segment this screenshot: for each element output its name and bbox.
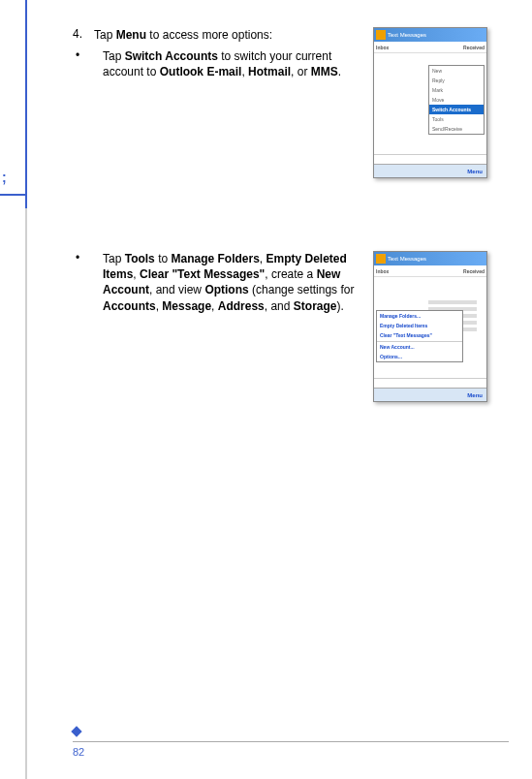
- mock-body: NewReplyMarkMoveSwitch AccountsToolsSend…: [374, 53, 486, 154]
- mock-row-left: Inbox: [376, 45, 389, 50]
- blue-vertical-stripe: [25, 0, 27, 208]
- item-number: 4.: [73, 27, 94, 41]
- bullet-text: Tap Tools to Manage Folders, Empty Delet…: [103, 251, 359, 314]
- numbered-item-4: 4. Tap Menu to access more options:: [73, 27, 359, 43]
- left-margin: ;: [0, 0, 31, 779]
- mock-menu-item: Reply: [429, 76, 484, 85]
- mock-title-text: Text Messages: [388, 256, 426, 262]
- mock-menu-item: New: [429, 66, 484, 76]
- section-1: 4. Tap Menu to access more options: • Ta…: [73, 27, 509, 178]
- bullet-marker: •: [76, 251, 103, 265]
- section-2: • Tap Tools to Manage Folders, Empty Del…: [73, 251, 509, 402]
- page-number: 82: [73, 746, 509, 758]
- mock-titlebar: Text Messages: [374, 28, 486, 42]
- mock-menu-item: Clear "Text Messages": [377, 330, 462, 340]
- bullet-marker: •: [76, 48, 103, 62]
- mock-row-right: Received: [463, 45, 485, 50]
- mock-list-footer: [374, 378, 486, 388]
- screenshot-2-col: Text Messages Inbox Received Manage Fold…: [373, 251, 489, 402]
- mock-softkey-bar: Menu: [374, 164, 486, 177]
- mock-row-left: Inbox: [376, 268, 389, 274]
- section-2-text: • Tap Tools to Manage Folders, Empty Del…: [73, 251, 373, 320]
- mock-menu-item: New Account...: [377, 341, 462, 352]
- page-footer: 82: [73, 728, 509, 758]
- mock-menu-item: Send/Receive: [429, 124, 484, 134]
- mock-menu-item: Switch Accounts: [429, 105, 484, 114]
- item-text: Tap Menu to access more options:: [94, 27, 359, 43]
- windows-icon: [376, 30, 386, 40]
- bullet-item-tools: • Tap Tools to Manage Folders, Empty Del…: [73, 251, 359, 314]
- mock-menu-item: Empty Deleted Items: [377, 321, 462, 330]
- blue-horizontal-line: [0, 194, 27, 196]
- mock-list-footer: [374, 154, 486, 164]
- screenshot-1-col: Text Messages Inbox Received NewReplyMar…: [373, 27, 489, 178]
- mock-menu-popup: NewReplyMarkMoveSwitch AccountsToolsSend…: [428, 65, 485, 135]
- mock-titlebar: Text Messages: [374, 252, 486, 265]
- mock-menu-item: Manage Folders...: [377, 311, 462, 321]
- footer-rule: [73, 741, 509, 742]
- diamond-icon: [71, 726, 81, 736]
- mock-menu-item: Tools: [429, 114, 484, 124]
- device-screenshot-1: Text Messages Inbox Received NewReplyMar…: [373, 27, 487, 178]
- section-1-text: 4. Tap Menu to access more options: • Ta…: [73, 27, 373, 86]
- mock-menu-softkey: Menu: [467, 169, 483, 174]
- main-content: 4. Tap Menu to access more options: • Ta…: [73, 27, 509, 410]
- gray-vertical-stripe: [25, 208, 27, 779]
- device-screenshot-2: Text Messages Inbox Received Manage Fold…: [373, 251, 487, 402]
- mock-title-text: Text Messages: [388, 32, 426, 38]
- bullet-text: Tap Switch Accounts to switch your curre…: [103, 48, 359, 79]
- mock-softkey-bar: Menu: [374, 388, 486, 401]
- windows-icon: [376, 254, 386, 264]
- sidebar-glyph: ;: [2, 170, 7, 185]
- mock-menu-item: Move: [429, 95, 484, 105]
- mock-header-row: Inbox Received: [374, 42, 486, 53]
- mock-menu-item: Mark: [429, 85, 484, 95]
- mock-menu-softkey: Menu: [467, 392, 483, 398]
- mock-menu-item: Options...: [377, 352, 462, 361]
- mock-header-row: Inbox Received: [374, 265, 486, 277]
- mock-body: Manage Folders...Empty Deleted ItemsClea…: [374, 277, 486, 378]
- mock-tools-popup: Manage Folders...Empty Deleted ItemsClea…: [376, 310, 463, 362]
- bullet-item-switch-accounts: • Tap Switch Accounts to switch your cur…: [73, 48, 359, 79]
- mock-row-right: Received: [463, 268, 485, 274]
